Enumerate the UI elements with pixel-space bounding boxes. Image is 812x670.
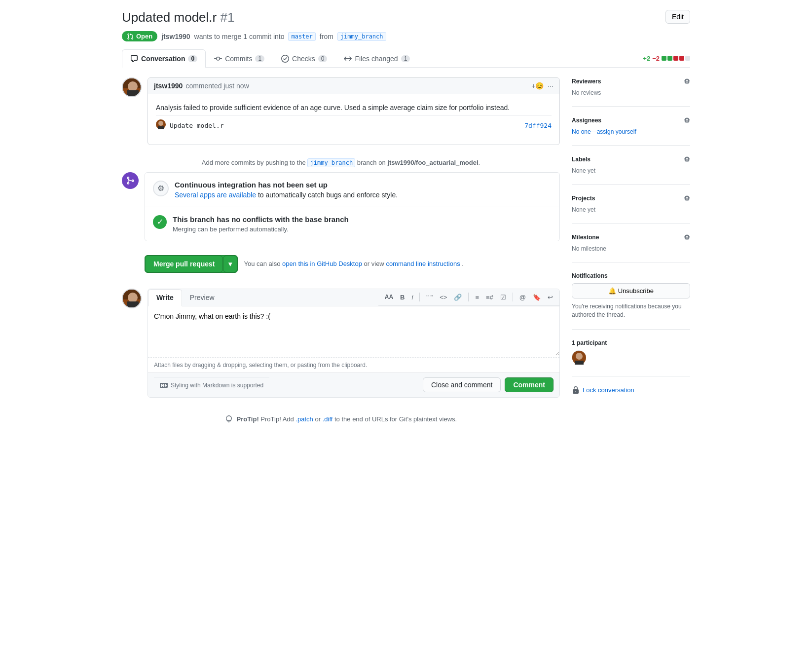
toolbar-task-button[interactable]: ☑ (498, 292, 509, 302)
sidebar-projects: Projects ⚙ None yet (572, 194, 690, 223)
tab-commits-count: 1 (255, 55, 264, 62)
comment-submit-button[interactable]: Comment (505, 377, 554, 392)
lock-icon (572, 386, 580, 394)
tab-checks-label: Checks (292, 55, 315, 63)
markdown-icon (160, 381, 168, 389)
merge-button-group[interactable]: Merge pull request ▾ (145, 255, 238, 273)
comment-header: jtsw1990 commented just now +😊 ··· (148, 78, 559, 94)
svg-point-12 (576, 353, 583, 360)
commit-line: Update model.r 7dff924 (156, 115, 552, 136)
toolbar-aa-button[interactable]: AA (382, 292, 396, 302)
sidebar-labels-gear[interactable]: ⚙ (684, 155, 690, 163)
sidebar-reviewers-gear[interactable]: ⚙ (684, 77, 690, 85)
pro-tip-or: or (315, 415, 322, 423)
toolbar-italic-button[interactable]: i (409, 292, 415, 302)
sidebar-assignees-label: Assignees (572, 117, 601, 124)
ci-section: ⚙ Continuous integration has not been se… (145, 172, 560, 241)
sidebar-projects-gear[interactable]: ⚙ (684, 194, 690, 202)
diff-block-4 (679, 56, 684, 61)
more-options-icon[interactable]: ··· (548, 82, 554, 90)
push-info-branch: jimmy_branch (307, 158, 355, 167)
ci-link[interactable]: Several apps are available (175, 191, 256, 199)
sidebar-projects-label: Projects (572, 195, 595, 202)
comment-box: jtsw1990 commented just now +😊 ··· Analy… (148, 77, 560, 145)
sidebar: Reviewers ⚙ No reviews Assignees ⚙ No on… (572, 77, 690, 431)
sidebar-milestone-gear[interactable]: ⚙ (684, 233, 690, 241)
bulb-icon (225, 415, 233, 423)
tab-commits[interactable]: Commits 1 (206, 49, 273, 68)
avatar-svg (123, 78, 142, 97)
diff-stat: +2 −2 (643, 55, 690, 62)
merge-pull-request-button[interactable]: Merge pull request (145, 256, 223, 272)
markdown-text: Styling with Markdown is supported (171, 382, 263, 389)
tab-conversation-count: 0 (188, 55, 197, 62)
merge-section-wrapper: ⚙ Continuous integration has not been se… (122, 172, 560, 281)
toolbar-ol-button[interactable]: ≡# (483, 292, 496, 302)
commenter-avatar-svg (123, 290, 142, 308)
also-text: You can also open this in GitHub Desktop… (244, 260, 463, 267)
comment-header-actions: +😊 ··· (531, 82, 554, 90)
toolbar-reference-button[interactable]: 🔖 (530, 292, 543, 302)
ci-not-setup: ⚙ Continuous integration has not been se… (145, 173, 559, 207)
diff-minus: −2 (652, 55, 660, 62)
diff-link[interactable]: .diff (323, 415, 333, 423)
comment-actions: Styling with Markdown is supported Close… (148, 372, 559, 397)
commit-message: Update model.r (170, 121, 224, 131)
sidebar-projects-value: None yet (572, 206, 690, 213)
toolbar-ul-button[interactable]: ≡ (473, 292, 481, 302)
pr-number: #1 (220, 10, 234, 25)
tab-files-changed[interactable]: Files changed 1 (335, 49, 418, 68)
ci-setup-icon: ⚙ (153, 181, 169, 196)
sidebar-reviewers-label: Reviewers (572, 78, 601, 85)
status-badge: Open (122, 31, 157, 41)
cli-instructions-link[interactable]: command line instructions (386, 260, 460, 267)
lock-conversation-link[interactable]: Lock conversation (583, 386, 634, 394)
tab-commits-label: Commits (225, 55, 252, 63)
comment-textarea[interactable]: C'mon Jimmy, what on earth is this? :( (148, 306, 559, 356)
preview-tab[interactable]: Preview (182, 289, 222, 306)
markdown-info: Styling with Markdown is supported (154, 377, 269, 393)
avatar (122, 77, 142, 97)
sidebar-notifications: Notifications 🔔 Unsubscribe You're recei… (572, 272, 690, 330)
toolbar-separator-1 (419, 293, 420, 301)
commit-hash[interactable]: 7dff924 (524, 121, 552, 131)
sidebar-assignees-value[interactable]: No one—assign yourself (572, 128, 690, 135)
diff-blocks (662, 56, 690, 61)
diff-block-1 (662, 56, 666, 61)
tab-conversation[interactable]: Conversation 0 (122, 49, 206, 68)
page-header: Updated model.r #1 Edit (122, 10, 690, 25)
sidebar-assignees-header: Assignees ⚙ (572, 116, 690, 124)
sidebar-reviewers: Reviewers ⚙ No reviews (572, 77, 690, 107)
git-pull-request-icon (127, 33, 134, 40)
write-tab[interactable]: Write (148, 289, 182, 306)
unsubscribe-button[interactable]: 🔔 Unsubscribe (572, 283, 690, 298)
comment-body: Analysis failed to provide sufficient ev… (148, 94, 559, 145)
edit-button[interactable]: Edit (665, 10, 690, 24)
ci-description: Several apps are available to automatica… (175, 191, 552, 199)
patch-link[interactable]: .patch (295, 415, 313, 423)
source-branch: jimmy_branch (337, 32, 386, 41)
checks-icon (281, 55, 289, 63)
sidebar-lock[interactable]: Lock conversation (572, 386, 690, 394)
toolbar-bold-button[interactable]: B (398, 292, 407, 302)
toolbar-mention-button[interactable]: @ (517, 292, 528, 302)
tab-checks[interactable]: Checks 0 (273, 49, 335, 68)
push-info-repo: jtsw1990/foo_actuarial_model (387, 159, 478, 166)
github-desktop-link[interactable]: open this in GitHub Desktop (282, 260, 362, 267)
toolbar-code-button[interactable]: <> (437, 292, 449, 302)
sidebar-participants: 1 participant (572, 339, 690, 376)
close-and-comment-button[interactable]: Close and comment (423, 377, 501, 392)
svg-point-5 (158, 121, 163, 126)
add-reaction-icon[interactable]: +😊 (531, 82, 544, 90)
toolbar-reply-button[interactable]: ↩ (545, 292, 555, 302)
push-info: Add more commits by pushing to the jimmy… (122, 153, 560, 172)
participants-list (572, 350, 690, 366)
comment-time: commented just now (185, 82, 249, 90)
merge-dropdown-button[interactable]: ▾ (223, 256, 237, 272)
sidebar-assignees-gear[interactable]: ⚙ (684, 116, 690, 124)
toolbar-quote-button[interactable]: " " (424, 292, 435, 302)
sidebar-notifications-label: Notifications (572, 272, 608, 279)
participant-avatar-1 (572, 350, 586, 364)
toolbar-link-button[interactable]: 🔗 (451, 292, 464, 302)
tab-bar: Conversation 0 Commits 1 Checks 0 Files … (122, 49, 690, 68)
